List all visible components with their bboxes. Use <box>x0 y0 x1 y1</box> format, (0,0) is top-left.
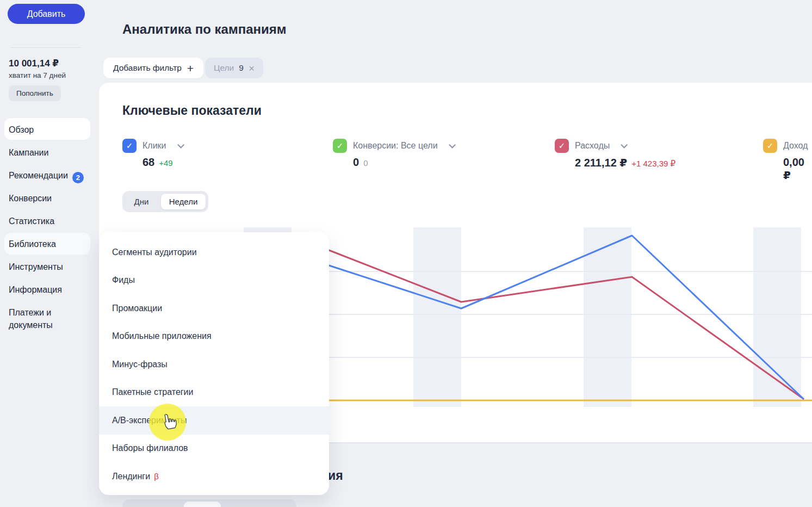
metric-income: ✓ Доход 0,00 ₽ <box>763 139 812 182</box>
menu-item-ab-experiments[interactable]: А/В-эксперименты <box>99 406 329 435</box>
chevron-down-icon[interactable] <box>621 141 628 149</box>
sidebar-item-conversions[interactable]: Конверсии <box>9 192 52 205</box>
sidebar-item-overview[interactable]: Обзор <box>9 123 34 136</box>
metric-label: Расходы <box>575 141 610 151</box>
next-section-heading-fragment: ия <box>328 468 343 483</box>
next-section-toggle-active-pill <box>184 502 221 507</box>
add-filter-button[interactable]: Добавить фильтр + <box>103 58 203 78</box>
sidebar-item-tools[interactable]: Инструменты <box>9 261 63 273</box>
goals-filter-chip[interactable]: Цели 9 × <box>205 58 263 78</box>
costs-series-line <box>329 250 803 399</box>
week-stripe <box>413 227 461 407</box>
goals-chip-count: 9 <box>239 63 244 73</box>
sidebar-item-library[interactable]: Библиотека <box>9 238 56 250</box>
page-title: Аналитика по кампаниям <box>122 22 287 37</box>
menu-item-mobile-apps[interactable]: Мобильные приложения <box>99 323 329 351</box>
metric-delta: +1 423,39 ₽ <box>631 159 675 169</box>
metric-value: 2 211,12 ₽ <box>575 156 627 169</box>
add-campaign-button[interactable]: Добавить <box>8 4 85 24</box>
sidebar-divider <box>10 47 82 48</box>
add-filter-label: Добавить фильтр <box>113 63 182 73</box>
menu-item-branch-sets[interactable]: Наборы филиалов <box>99 435 329 463</box>
beta-badge: β <box>154 472 159 481</box>
metric-label: Конверсии: Все цели <box>353 141 438 151</box>
tab-days[interactable]: Дни <box>122 191 160 212</box>
menu-item-label: Лендинги <box>112 472 150 481</box>
menu-item-landings[interactable]: Лендинги β <box>99 462 329 491</box>
metric-value: 0 <box>353 156 359 169</box>
next-section-period-toggle[interactable] <box>122 499 296 507</box>
close-icon[interactable]: × <box>249 63 255 73</box>
sidebar-item-campaigns[interactable]: Кампании <box>9 146 49 159</box>
app-root: Добавить 10 001,14 ₽ хватит на 7 дней По… <box>0 0 812 507</box>
menu-item-promotions[interactable]: Промоакции <box>99 294 329 323</box>
metric-delta: +49 <box>159 158 172 168</box>
account-balance: 10 001,14 ₽ <box>9 58 59 69</box>
key-indicators-heading: Ключевые показатели <box>122 103 262 118</box>
metric-label: Клики <box>142 141 166 151</box>
conversions-checkbox[interactable]: ✓ <box>333 139 347 153</box>
menu-item-audience-segments[interactable]: Сегменты аудитории <box>99 238 329 267</box>
menu-item-feeds[interactable]: Фиды <box>99 267 329 295</box>
menu-item-package-strategies[interactable]: Пакетные стратегии <box>99 379 329 407</box>
costs-checkbox[interactable]: ✓ <box>555 139 569 153</box>
topup-button[interactable]: Пополнить <box>9 85 61 101</box>
tab-weeks[interactable]: Недели <box>160 193 206 210</box>
menu-item-negative-phrases[interactable]: Минус-фразы <box>99 350 329 379</box>
metric-delta: 0 <box>363 158 368 168</box>
metric-label: Доход <box>783 141 808 151</box>
goals-chip-label: Цели <box>214 63 234 73</box>
period-toggle: Дни Недели <box>122 191 208 212</box>
clicks-series-line <box>329 236 803 399</box>
metric-value: 0,00 ₽ <box>783 156 812 182</box>
metric-conversions: ✓ Конверсии: Все цели 0 0 <box>333 139 454 169</box>
sidebar-item-label: Рекомендации <box>9 171 68 180</box>
metric-value: 68 <box>142 156 154 169</box>
balance-note: хватит на 7 дней <box>9 71 66 79</box>
library-dropdown-menu: Сегменты аудитории Фиды Промоакции Мобил… <box>99 232 329 495</box>
week-stripe <box>584 227 631 407</box>
metric-costs: ✓ Расходы 2 211,12 ₽ +1 423,39 ₽ <box>555 139 675 169</box>
sidebar-item-recommendations[interactable]: Рекомендации2 <box>9 169 84 183</box>
metric-clicks: ✓ Клики 68 +49 <box>122 139 182 169</box>
recommendations-count-badge: 2 <box>72 172 84 183</box>
sidebar-item-payments[interactable]: Платежи и документы <box>9 306 85 331</box>
sidebar-item-information[interactable]: Информация <box>9 283 62 296</box>
clicks-checkbox[interactable]: ✓ <box>122 139 137 153</box>
income-checkbox[interactable]: ✓ <box>763 139 777 153</box>
plus-icon: + <box>187 63 194 74</box>
sidebar-item-statistics[interactable]: Статистика <box>9 215 54 227</box>
